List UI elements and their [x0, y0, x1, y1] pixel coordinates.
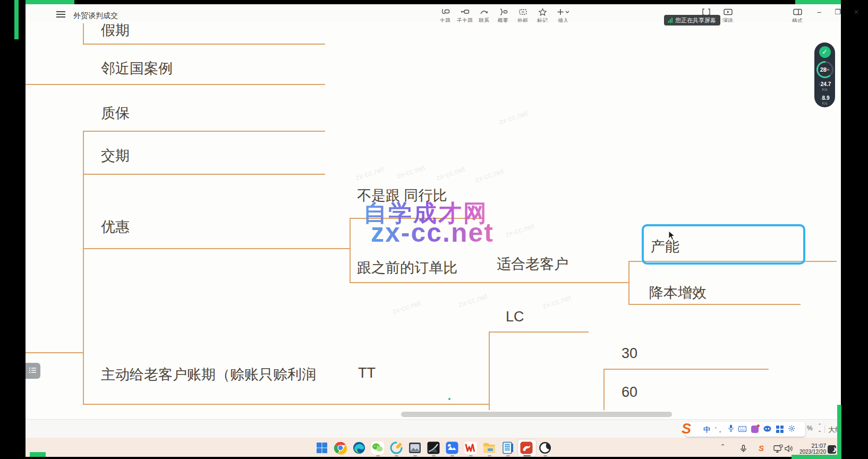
- screen-sharing-banner: 您正在共享屏幕: [664, 15, 720, 26]
- upload-speed: ↑24.7 K/s: [819, 81, 831, 92]
- share-banner-text: 您正在共享屏幕: [675, 16, 716, 24]
- sogou-tray-icon[interactable]: S: [759, 444, 764, 453]
- share-border-top-left: [25, 0, 74, 4]
- branch-line: [83, 404, 490, 405]
- branch-line: [83, 131, 325, 132]
- net-monitor-widget[interactable]: ✓ 28% ↑24.7 K/s ↓8.9 K/s: [814, 42, 835, 107]
- share-border-bottom-left: [30, 452, 46, 457]
- clock-time: 21:07: [794, 443, 826, 449]
- outline-list-icon: [29, 366, 37, 376]
- node-zhudong-zhangqi[interactable]: 主动给老客户账期（赊账只赊利润: [101, 365, 316, 384]
- share-border-left: [14, 0, 19, 39]
- volume-icon[interactable]: [785, 445, 793, 455]
- node-jiaoqi[interactable]: 交期: [101, 146, 130, 165]
- hidden-icons-chevron[interactable]: ⌃: [720, 443, 725, 450]
- edge-icon[interactable]: [352, 441, 366, 455]
- share-border-right: [837, 405, 841, 457]
- play-presentation-icon: [716, 8, 739, 16]
- branch-line: [83, 248, 351, 249]
- node-jiangben-zengxiao[interactable]: 降本增效: [649, 283, 707, 302]
- watermark-site-url: zx-cc.net: [371, 217, 494, 248]
- horizontal-scrollbar-thumb[interactable]: [401, 412, 672, 417]
- chrome-icon[interactable]: [334, 441, 347, 455]
- ime-lang-indicator[interactable]: 中: [703, 426, 710, 433]
- close-button[interactable]: ✕: [849, 6, 864, 18]
- node-30[interactable]: 30: [622, 345, 637, 362]
- photos-icon[interactable]: [408, 441, 422, 455]
- check-circle-icon: ✓: [819, 46, 831, 58]
- branch-line: [628, 304, 801, 305]
- taskbar-clock[interactable]: 21:07 2023/12/20: [794, 443, 826, 455]
- branch-line: [83, 44, 325, 45]
- hamburger-menu-icon[interactable]: [56, 11, 65, 18]
- file-explorer-icon[interactable]: [482, 441, 496, 455]
- node-genzhiqian-dingdanbi[interactable]: 跟之前的订单比: [357, 258, 457, 277]
- download-speed: ↓8.9 K/s: [820, 95, 830, 106]
- node-selection-box: [642, 224, 805, 265]
- watermark-tile: zx-cc.net: [474, 167, 505, 184]
- wps-office-icon[interactable]: [464, 441, 478, 455]
- branch-line: [83, 131, 84, 405]
- running-indicator: [376, 455, 380, 456]
- ime-settings-icon[interactable]: [788, 424, 795, 434]
- stray-mark: [448, 398, 450, 400]
- cpu-percent-ring: 28%: [816, 61, 833, 78]
- cloud-drive-icon[interactable]: [445, 441, 459, 455]
- sogou-logo-icon[interactable]: S: [682, 421, 691, 437]
- branch-line: [603, 369, 605, 410]
- pin-tool-icon[interactable]: [389, 441, 403, 455]
- node-zhibao[interactable]: 质保: [101, 104, 130, 123]
- branch-line: [25, 84, 325, 85]
- ime-assistant-icon[interactable]: [763, 424, 771, 434]
- windows-start-icon[interactable]: [315, 441, 329, 455]
- branch-line: [628, 261, 629, 305]
- plus-icon: [551, 8, 575, 16]
- node-jiaqi[interactable]: 假期: [101, 21, 130, 40]
- node-60[interactable]: 60: [622, 384, 637, 401]
- node-tt[interactable]: TT: [358, 365, 376, 381]
- clock-date: 2023/12/20: [794, 449, 826, 455]
- share-border-top-right: [795, 0, 841, 4]
- ime-toolbar[interactable]: 中 ’，: [685, 422, 805, 437]
- ime-punctuation-icon[interactable]: ’，: [715, 426, 724, 433]
- node-linjinguo[interactable]: 邻近国案例: [101, 59, 173, 78]
- wechat-icon[interactable]: [371, 441, 385, 455]
- watermark-tile: zx-cc.net: [457, 292, 488, 309]
- ime-keyboard-icon[interactable]: [738, 424, 746, 434]
- notebook-icon[interactable]: [501, 441, 515, 455]
- node-shihe-laokehu[interactable]: 适合老客户: [497, 254, 568, 274]
- cast-display-icon[interactable]: [773, 445, 783, 455]
- running-indicator: [488, 455, 491, 456]
- mouse-cursor: [668, 231, 676, 243]
- ime-mascot-icon[interactable]: [751, 426, 759, 433]
- branch-line: [489, 332, 490, 410]
- restore-button[interactable]: ❐: [830, 6, 845, 18]
- watermark-tile: zx-cc.net: [395, 163, 426, 181]
- node-youhui[interactable]: 优惠: [101, 217, 130, 236]
- watermark-tile: zx-cc.net: [498, 109, 529, 126]
- branch-line: [83, 174, 325, 175]
- zoom-stepper[interactable]: ⌃⌄: [816, 423, 823, 434]
- branch-line: [603, 369, 769, 370]
- watermark-tile: zx-cc.net: [435, 165, 466, 182]
- format-panel-icon: [786, 8, 809, 16]
- outline-panel-button[interactable]: [25, 363, 40, 379]
- snip-dark-icon[interactable]: [427, 441, 440, 455]
- running-indicator: [413, 455, 417, 456]
- node-lc[interactable]: LC: [506, 309, 524, 325]
- watermark-tile: zx-cc.net: [391, 299, 422, 316]
- branch-line: [83, 23, 84, 45]
- ime-apps-grid-icon[interactable]: [776, 426, 784, 433]
- night-mode-icon[interactable]: [538, 441, 552, 455]
- document-title: 外贸谈判成交: [73, 11, 118, 21]
- xmind-icon[interactable]: [520, 441, 533, 455]
- ime-mic-icon[interactable]: [728, 424, 734, 434]
- voice-tray-icon[interactable]: [739, 445, 747, 455]
- branch-line: [350, 282, 629, 283]
- signal-bars-icon: [668, 18, 673, 23]
- running-indicator: [543, 455, 547, 456]
- watermark-tile: zx-cc.net: [541, 293, 572, 311]
- minimize-button[interactable]: –: [812, 6, 827, 18]
- shared-screen: 外贸谈判成交 主题 子主题 联系 概要 外框 标记 插入: [0, 0, 868, 459]
- focus-moon-tray-icon[interactable]: [828, 445, 836, 454]
